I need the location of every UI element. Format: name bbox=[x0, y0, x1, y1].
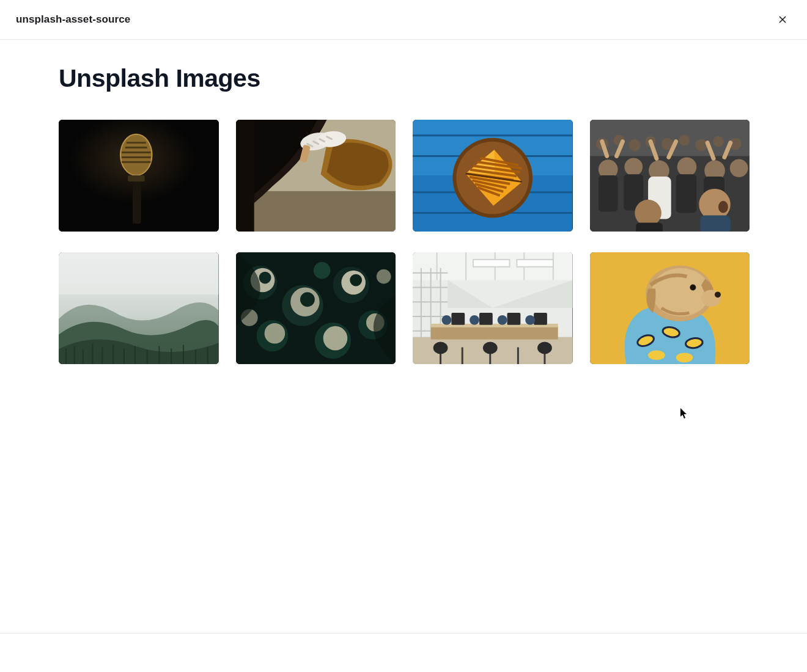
svg-point-94 bbox=[715, 292, 721, 298]
svg-rect-8 bbox=[236, 120, 254, 232]
content: Unsplash Images bbox=[59, 64, 750, 364]
svg-point-77 bbox=[498, 315, 507, 325]
svg-point-76 bbox=[470, 315, 479, 325]
image-thumbnail[interactable] bbox=[59, 120, 219, 232]
svg-point-23 bbox=[679, 135, 690, 146]
svg-point-40 bbox=[718, 201, 728, 213]
svg-rect-42 bbox=[636, 222, 663, 232]
modal-body: Unsplash Images bbox=[0, 40, 807, 633]
svg-point-56 bbox=[264, 323, 285, 344]
svg-rect-73 bbox=[507, 313, 521, 325]
modal-footer bbox=[0, 633, 807, 672]
svg-point-48 bbox=[259, 272, 271, 284]
svg-point-63 bbox=[313, 262, 330, 279]
svg-point-24 bbox=[695, 139, 707, 152]
svg-rect-44 bbox=[59, 252, 219, 294]
svg-point-30 bbox=[677, 157, 696, 177]
svg-point-87 bbox=[676, 353, 693, 363]
svg-rect-5 bbox=[128, 175, 145, 181]
svg-rect-67 bbox=[517, 260, 553, 267]
svg-rect-33 bbox=[598, 175, 617, 211]
svg-point-28 bbox=[624, 158, 643, 176]
modal-header: unsplash-asset-source bbox=[0, 0, 807, 40]
modal-title: unsplash-asset-source bbox=[16, 13, 130, 26]
svg-rect-2 bbox=[133, 175, 141, 224]
image-thumbnail[interactable] bbox=[590, 252, 750, 364]
svg-point-86 bbox=[648, 351, 665, 360]
svg-point-51 bbox=[300, 293, 314, 307]
svg-rect-39 bbox=[700, 215, 731, 232]
close-button[interactable] bbox=[774, 11, 791, 28]
svg-point-41 bbox=[635, 200, 661, 227]
svg-point-81 bbox=[537, 342, 552, 354]
svg-point-80 bbox=[483, 342, 498, 354]
svg-point-20 bbox=[628, 139, 641, 152]
svg-rect-35 bbox=[676, 174, 696, 213]
svg-point-78 bbox=[525, 315, 535, 325]
svg-point-75 bbox=[442, 315, 452, 325]
page-title: Unsplash Images bbox=[59, 64, 750, 93]
image-thumbnail[interactable] bbox=[236, 120, 396, 232]
svg-point-25 bbox=[713, 136, 724, 147]
svg-point-54 bbox=[350, 274, 362, 287]
svg-point-58 bbox=[323, 326, 347, 351]
svg-rect-66 bbox=[473, 260, 509, 267]
svg-rect-71 bbox=[451, 313, 465, 325]
svg-point-95 bbox=[690, 285, 696, 291]
svg-point-62 bbox=[376, 269, 391, 284]
svg-point-32 bbox=[729, 159, 748, 177]
close-icon bbox=[776, 13, 789, 26]
image-grid bbox=[59, 120, 750, 364]
image-thumbnail[interactable] bbox=[59, 252, 219, 364]
svg-rect-74 bbox=[534, 313, 547, 325]
image-thumbnail[interactable] bbox=[590, 120, 750, 232]
image-thumbnail[interactable] bbox=[236, 252, 396, 364]
svg-rect-72 bbox=[479, 313, 493, 325]
svg-rect-69 bbox=[431, 326, 558, 340]
svg-point-79 bbox=[433, 342, 448, 354]
image-thumbnail[interactable] bbox=[413, 120, 573, 232]
image-thumbnail[interactable] bbox=[413, 252, 573, 364]
asset-source-modal: unsplash-asset-source Unsplash Images bbox=[0, 0, 807, 672]
